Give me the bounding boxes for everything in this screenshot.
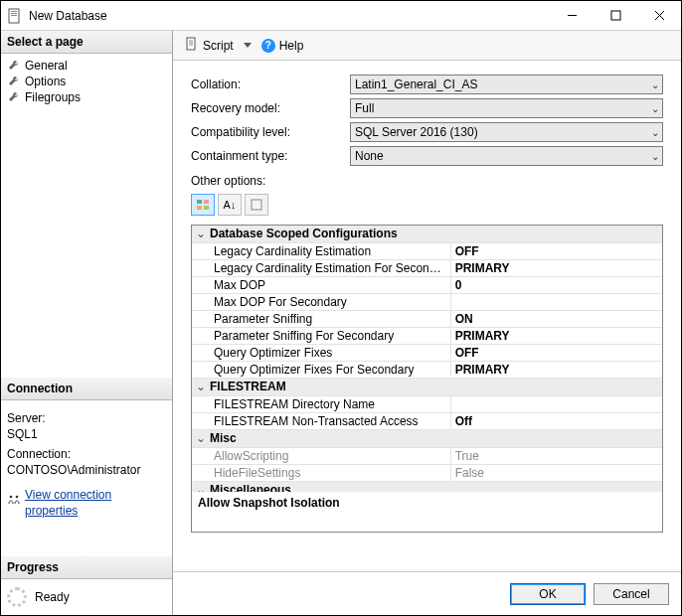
titlebar: New Database <box>1 1 681 31</box>
expand-collapse-icon[interactable]: ⌄ <box>192 430 210 447</box>
property-value[interactable]: PRIMARY <box>450 260 662 277</box>
property-row[interactable]: Legacy Cardinality EstimationOFF <box>192 243 662 260</box>
property-value[interactable] <box>450 294 662 311</box>
toolbar: Script ? Help <box>173 31 681 61</box>
property-row[interactable]: FILESTREAM Non-Transacted AccessOff <box>192 413 662 430</box>
property-name: Parameter Sniffing For Secondary <box>192 328 450 345</box>
property-grid-scroll[interactable]: ⌄Database Scoped ConfigurationsLegacy Ca… <box>192 226 662 492</box>
property-category[interactable]: ⌄Miscellaneous <box>192 482 662 493</box>
close-button[interactable] <box>637 1 681 31</box>
property-row[interactable]: Legacy Cardinality Estimation For Second… <box>192 260 662 277</box>
expand-collapse-icon[interactable]: ⌄ <box>192 482 210 492</box>
property-name: Legacy Cardinality Estimation For Second… <box>192 260 450 277</box>
property-value[interactable]: False <box>450 465 662 482</box>
script-button[interactable]: Script <box>181 35 238 56</box>
expand-collapse-icon[interactable]: ⌄ <box>192 379 210 395</box>
server-label: Server: <box>7 410 166 426</box>
property-value[interactable]: PRIMARY <box>450 328 662 345</box>
property-row[interactable]: AllowScriptingTrue <box>192 448 662 465</box>
other-options-label: Other options: <box>191 174 663 188</box>
recovery-combo[interactable]: Full⌄ <box>350 98 663 118</box>
connection-value: CONTOSO\Administrator <box>7 462 166 478</box>
property-value[interactable]: OFF <box>450 243 662 260</box>
property-row[interactable]: Query Optimizer FixesOFF <box>192 345 662 362</box>
property-description: Allow Snapshot Isolation <box>191 492 663 533</box>
new-database-dialog: New Database Select a page General Optio… <box>0 0 682 616</box>
page-list: General Options Filegroups <box>1 54 172 109</box>
chevron-down-icon: ⌄ <box>651 127 659 138</box>
property-category[interactable]: ⌄Misc <box>192 430 662 448</box>
properties-pages-button[interactable] <box>245 194 268 216</box>
ok-button[interactable]: OK <box>510 583 586 605</box>
containment-combo[interactable]: None⌄ <box>350 146 663 166</box>
app-icon <box>7 8 23 24</box>
minimize-button[interactable] <box>550 1 594 31</box>
property-name: Query Optimizer Fixes <box>192 345 450 362</box>
script-dropdown-icon[interactable] <box>244 43 252 48</box>
sidebar-item-label: General <box>25 59 68 73</box>
sidebar-item-options[interactable]: Options <box>3 74 170 89</box>
property-category[interactable]: ⌄Database Scoped Configurations <box>192 226 662 243</box>
property-category-label: Miscellaneous <box>210 482 291 492</box>
select-page-header: Select a page <box>1 31 172 54</box>
recovery-label: Recovery model: <box>191 101 350 115</box>
property-grid: ⌄Database Scoped ConfigurationsLegacy Ca… <box>191 225 663 493</box>
help-button[interactable]: ? Help <box>257 37 308 55</box>
property-row[interactable]: Query Optimizer Fixes For SecondaryPRIMA… <box>192 362 662 379</box>
property-row[interactable]: FILESTREAM Directory Name <box>192 396 662 413</box>
property-name: Max DOP For Secondary <box>192 294 450 311</box>
view-connection-properties-link[interactable]: View connection properties <box>25 487 166 519</box>
svg-rect-13 <box>197 206 202 210</box>
connection-label: Connection: <box>7 446 166 462</box>
property-category-label: Database Scoped Configurations <box>210 226 398 242</box>
svg-rect-11 <box>197 200 202 204</box>
property-row[interactable]: Parameter Sniffing For SecondaryPRIMARY <box>192 328 662 345</box>
main-panel: Script ? Help Collation: Latin1_General_… <box>173 31 681 615</box>
property-row[interactable]: Parameter SniffingON <box>192 311 662 328</box>
property-row[interactable]: Max DOP For Secondary <box>192 294 662 311</box>
property-name: Legacy Cardinality Estimation <box>192 243 450 260</box>
sidebar-item-label: Options <box>25 75 66 88</box>
property-name: Query Optimizer Fixes For Secondary <box>192 362 450 379</box>
svg-rect-12 <box>204 200 209 204</box>
sidebar-item-filegroups[interactable]: Filegroups <box>3 89 170 105</box>
property-value[interactable] <box>450 396 662 413</box>
progress-spinner-icon <box>7 587 27 607</box>
property-value[interactable]: Off <box>450 413 662 430</box>
svg-rect-5 <box>611 11 620 20</box>
svg-point-8 <box>10 495 13 498</box>
sidebar: Select a page General Options Filegroups… <box>1 31 173 615</box>
wrench-icon <box>7 90 21 104</box>
form-area: Collation: Latin1_General_CI_AS⌄ Recover… <box>173 61 681 225</box>
help-label: Help <box>279 39 304 53</box>
property-name: FILESTREAM Directory Name <box>192 396 450 413</box>
property-name: HideFileSettings <box>192 465 450 482</box>
property-row[interactable]: HideFileSettingsFalse <box>192 465 662 482</box>
categorized-view-button[interactable] <box>191 194 215 216</box>
property-category[interactable]: ⌄FILESTREAM <box>192 379 662 396</box>
alphabetical-view-button[interactable]: A↓ <box>218 194 242 216</box>
compat-combo[interactable]: SQL Server 2016 (130)⌄ <box>350 122 663 142</box>
svg-rect-3 <box>11 15 17 16</box>
property-value[interactable]: ON <box>450 311 662 328</box>
server-value: SQL1 <box>7 426 166 442</box>
property-value[interactable]: 0 <box>450 277 662 294</box>
sidebar-item-general[interactable]: General <box>3 58 170 74</box>
svg-rect-15 <box>252 200 261 210</box>
expand-collapse-icon[interactable]: ⌄ <box>192 226 210 242</box>
compat-label: Compatibility level: <box>191 125 350 139</box>
maximize-button[interactable] <box>594 1 637 31</box>
property-value[interactable]: True <box>450 448 662 465</box>
cancel-button[interactable]: Cancel <box>594 583 669 605</box>
progress-status: Ready <box>35 590 70 604</box>
svg-rect-14 <box>204 206 209 210</box>
property-row[interactable]: Max DOP0 <box>192 277 662 294</box>
property-value[interactable]: PRIMARY <box>450 362 662 379</box>
property-name: Parameter Sniffing <box>192 311 450 328</box>
svg-point-9 <box>16 495 19 498</box>
property-value[interactable]: OFF <box>450 345 662 362</box>
collation-combo[interactable]: Latin1_General_CI_AS⌄ <box>350 75 663 94</box>
collation-label: Collation: <box>191 77 350 91</box>
dialog-footer: OK Cancel <box>173 571 681 615</box>
connection-props-icon <box>7 494 21 512</box>
